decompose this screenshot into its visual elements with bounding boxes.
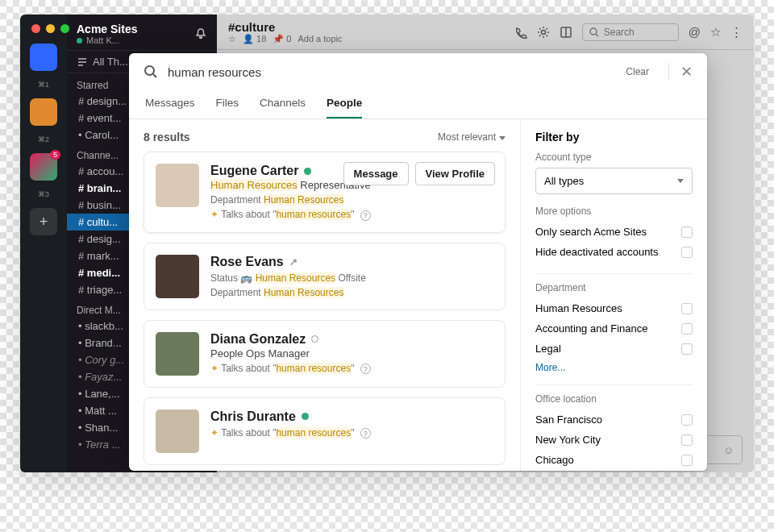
filter-more-option[interactable]: Only search Acme Sites [535,222,693,242]
checkbox[interactable] [681,227,693,238]
presence-indicator [302,413,309,420]
info-icon[interactable]: ? [360,428,371,438]
person-card[interactable]: Eugene CarterHuman Resources Representat… [144,152,506,233]
presence-indicator [304,168,311,175]
current-user: Matt K... [77,35,137,45]
person-card[interactable]: Diana GonzalezPeople Ops Manager✦ Talks … [144,320,506,388]
more-options-label: More options [535,206,693,217]
account-type-select[interactable]: All types [535,168,693,194]
filter-option-label: Human Resources [535,302,622,314]
filter-option-label: Hide deactivated accounts [535,246,658,258]
minimize-dot[interactable] [46,24,55,33]
search-tabs: MessagesFilesChannelsPeople [129,90,707,119]
avatar [156,164,199,207]
filter-option-label: Chicago [535,454,574,466]
workspace-switcher[interactable] [30,98,57,126]
avatar [156,255,199,298]
department-label: Department [535,282,693,293]
checkbox[interactable] [681,303,693,314]
person-detail: Department Human Resources [210,287,493,298]
shortcut-label: ⌘1 [38,81,49,89]
filter-title: Filter by [535,131,693,143]
chevron-down-icon [499,136,506,140]
presence-indicator [311,335,318,343]
tab-channels[interactable]: Channels [260,90,306,118]
filter-dept-option[interactable]: Human Resources [535,298,693,318]
person-detail: Department Human Resources [210,194,493,206]
office-label: Office location [535,393,693,405]
bell-icon[interactable] [194,27,207,40]
message-button[interactable]: Message [343,162,409,185]
checkbox[interactable] [681,455,693,466]
avatar [156,332,199,376]
search-input[interactable]: human resources [168,65,616,79]
close-dot[interactable] [31,24,40,33]
filter-option-label: San Francisco [535,414,602,426]
add-workspace[interactable]: + [30,208,57,235]
badge: 5 [50,150,60,160]
sort-select[interactable]: Most relevant [438,131,506,143]
filter-option-label: Only search Acme Sites [535,226,647,238]
person-name: Rose Evans↗ [210,255,493,269]
workspace-switcher[interactable] [30,44,57,71]
clear-button[interactable]: Clear [626,66,649,77]
person-name: Chris Durante [210,409,493,424]
search-icon [144,64,158,79]
filter-office-option[interactable]: San Francisco [535,409,693,430]
zoom-dot[interactable] [60,24,69,33]
account-type-label: Account type [535,152,693,163]
filter-dept-option[interactable]: Legal [535,339,693,359]
shortcut-label: ⌘2 [38,135,49,143]
tab-messages[interactable]: Messages [145,90,195,118]
shortcut-label: ⌘3 [38,190,49,198]
person-role: People Ops Manager [210,347,493,360]
workspace-switcher[interactable]: 5 [30,153,57,181]
checkbox[interactable] [681,434,693,446]
away-icon: ↗ [289,256,298,268]
checkbox[interactable] [681,343,693,355]
checkbox[interactable] [681,323,693,335]
filter-dept-option[interactable]: Accounting and Finance [535,318,693,339]
info-icon[interactable]: ? [360,210,371,221]
window-controls[interactable] [31,24,69,33]
result-count: 8 results [144,131,190,143]
person-card[interactable]: Chris Durante✦ Talks about "human resour… [144,397,506,465]
checkbox[interactable] [681,247,693,258]
search-modal: human resources Clear ✕ MessagesFilesCha… [129,53,707,471]
workspace-name[interactable]: Acme Sites [77,23,137,35]
avatar [156,409,199,453]
threads-label: All Th... [93,56,128,68]
view-profile-button[interactable]: View Profile [415,162,495,185]
filter-office-option[interactable]: Chicago [535,450,693,470]
svg-point-5 [145,66,154,75]
info-icon[interactable]: ? [360,364,371,374]
more-link[interactable]: More... [535,362,693,373]
results-pane: 8 results Most relevant Eugene CarterHum… [129,119,520,471]
workspace-rail: ⌘1⌘25⌘3+ [20,15,67,472]
close-icon[interactable]: ✕ [668,63,693,81]
sparkle-icon: ✦ [210,363,221,374]
filter-office-option[interactable]: New York City [535,430,693,450]
filter-option-label: Legal [535,343,561,355]
threads-icon [77,56,88,68]
sparkle-icon: ✦ [210,427,221,438]
person-name: Diana Gonzalez [210,332,493,347]
person-detail: Status 🚌 Human Resources Offsite [210,272,493,284]
chevron-down-icon [677,179,684,183]
person-card[interactable]: Rose Evans↗Status 🚌 Human Resources Offs… [144,243,506,310]
talks-about: ✦ Talks about "human resources" ? [210,363,493,375]
checkbox[interactable] [681,414,693,426]
filter-more-option[interactable]: Hide deactivated accounts [535,242,693,262]
svg-line-6 [153,74,156,77]
tab-people[interactable]: People [327,90,362,118]
filters-pane: Filter by Account type All types More op… [520,119,707,471]
talks-about: ✦ Talks about "human resources" ? [210,209,493,221]
tab-files[interactable]: Files [216,90,239,118]
filter-option-label: New York City [535,434,601,446]
sparkle-icon: ✦ [210,209,221,220]
filter-option-label: Accounting and Finance [535,322,647,335]
talks-about: ✦ Talks about "human resources" ? [210,427,493,439]
